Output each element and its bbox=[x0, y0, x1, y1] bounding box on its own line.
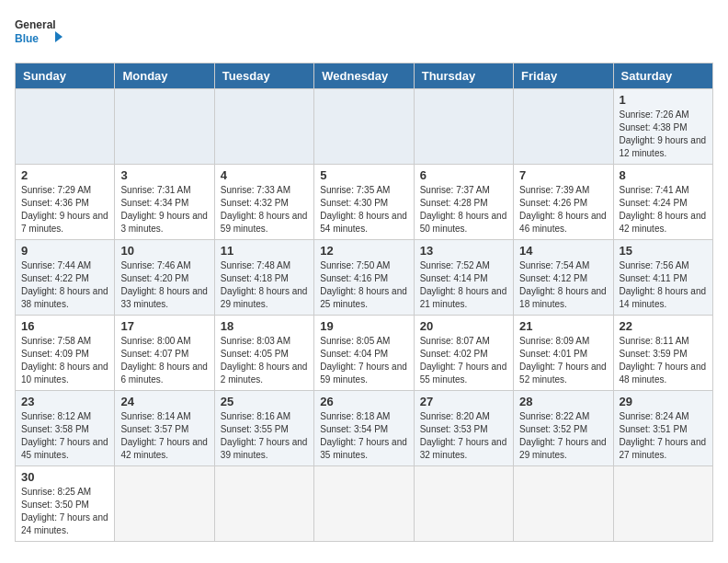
calendar-day-cell bbox=[115, 89, 214, 165]
calendar-day-cell: 18Sunrise: 8:03 AM Sunset: 4:05 PM Dayli… bbox=[214, 316, 313, 391]
day-number: 30 bbox=[21, 470, 108, 484]
calendar-day-cell bbox=[214, 89, 313, 165]
calendar-day-cell: 9Sunrise: 7:44 AM Sunset: 4:22 PM Daylig… bbox=[16, 240, 115, 316]
day-info: Sunrise: 8:00 AM Sunset: 4:07 PM Dayligh… bbox=[120, 335, 208, 386]
column-header-sunday: Sunday bbox=[16, 63, 115, 89]
day-info: Sunrise: 7:37 AM Sunset: 4:28 PM Dayligh… bbox=[420, 184, 507, 236]
day-info: Sunrise: 7:31 AM Sunset: 4:34 PM Dayligh… bbox=[120, 184, 208, 236]
calendar-day-cell: 3Sunrise: 7:31 AM Sunset: 4:34 PM Daylig… bbox=[115, 165, 214, 240]
day-number: 6 bbox=[420, 168, 507, 182]
calendar-day-cell: 5Sunrise: 7:35 AM Sunset: 4:30 PM Daylig… bbox=[314, 165, 414, 240]
day-number: 20 bbox=[420, 319, 507, 333]
calendar-day-cell: 23Sunrise: 8:12 AM Sunset: 3:58 PM Dayli… bbox=[16, 391, 115, 466]
calendar-day-cell bbox=[115, 466, 214, 542]
calendar-week-row: 16Sunrise: 7:58 AM Sunset: 4:09 PM Dayli… bbox=[16, 316, 713, 391]
day-number: 2 bbox=[21, 168, 108, 182]
day-info: Sunrise: 7:58 AM Sunset: 4:09 PM Dayligh… bbox=[21, 335, 108, 386]
day-info: Sunrise: 7:52 AM Sunset: 4:14 PM Dayligh… bbox=[420, 259, 507, 311]
day-number: 27 bbox=[420, 395, 507, 408]
day-info: Sunrise: 8:03 AM Sunset: 4:05 PM Dayligh… bbox=[221, 335, 308, 386]
day-info: Sunrise: 7:29 AM Sunset: 4:36 PM Dayligh… bbox=[21, 184, 108, 236]
day-number: 17 bbox=[120, 319, 208, 333]
calendar-day-cell: 14Sunrise: 7:54 AM Sunset: 4:12 PM Dayli… bbox=[514, 240, 613, 316]
calendar-day-cell: 19Sunrise: 8:05 AM Sunset: 4:04 PM Dayli… bbox=[314, 316, 414, 391]
column-header-wednesday: Wednesday bbox=[314, 63, 414, 89]
day-number: 16 bbox=[21, 319, 108, 333]
page-header: General Blue bbox=[15, 15, 713, 52]
day-info: Sunrise: 8:12 AM Sunset: 3:58 PM Dayligh… bbox=[21, 410, 108, 462]
calendar-day-cell: 27Sunrise: 8:20 AM Sunset: 3:53 PM Dayli… bbox=[414, 391, 513, 466]
day-info: Sunrise: 8:22 AM Sunset: 3:52 PM Dayligh… bbox=[519, 410, 607, 462]
calendar-day-cell bbox=[414, 89, 513, 165]
calendar-day-cell: 1Sunrise: 7:26 AM Sunset: 4:38 PM Daylig… bbox=[613, 89, 712, 165]
day-number: 8 bbox=[620, 168, 707, 182]
day-number: 25 bbox=[221, 395, 308, 408]
calendar-day-cell: 22Sunrise: 8:11 AM Sunset: 3:59 PM Dayli… bbox=[613, 316, 712, 391]
calendar-day-cell: 26Sunrise: 8:18 AM Sunset: 3:54 PM Dayli… bbox=[314, 391, 414, 466]
calendar-day-cell: 4Sunrise: 7:33 AM Sunset: 4:32 PM Daylig… bbox=[214, 165, 313, 240]
day-info: Sunrise: 8:05 AM Sunset: 4:04 PM Dayligh… bbox=[320, 335, 407, 386]
column-header-saturday: Saturday bbox=[613, 63, 712, 89]
day-info: Sunrise: 8:16 AM Sunset: 3:55 PM Dayligh… bbox=[221, 410, 308, 462]
calendar-day-cell bbox=[414, 466, 513, 542]
day-number: 1 bbox=[620, 93, 707, 107]
calendar-day-cell: 17Sunrise: 8:00 AM Sunset: 4:07 PM Dayli… bbox=[115, 316, 214, 391]
svg-text:Blue: Blue bbox=[15, 32, 39, 45]
calendar-week-row: 30Sunrise: 8:25 AM Sunset: 3:50 PM Dayli… bbox=[16, 466, 713, 542]
day-number: 13 bbox=[420, 244, 507, 258]
day-number: 18 bbox=[221, 319, 308, 333]
calendar-day-cell: 28Sunrise: 8:22 AM Sunset: 3:52 PM Dayli… bbox=[514, 391, 613, 466]
day-number: 4 bbox=[221, 168, 308, 182]
day-info: Sunrise: 7:41 AM Sunset: 4:24 PM Dayligh… bbox=[620, 184, 707, 236]
calendar-day-cell: 25Sunrise: 8:16 AM Sunset: 3:55 PM Dayli… bbox=[214, 391, 313, 466]
svg-marker-2 bbox=[55, 31, 63, 42]
calendar-day-cell bbox=[214, 466, 313, 542]
day-number: 5 bbox=[320, 168, 407, 182]
calendar-day-cell: 10Sunrise: 7:46 AM Sunset: 4:20 PM Dayli… bbox=[115, 240, 214, 316]
day-info: Sunrise: 7:50 AM Sunset: 4:16 PM Dayligh… bbox=[320, 259, 407, 311]
column-header-friday: Friday bbox=[514, 63, 613, 89]
calendar-day-cell: 13Sunrise: 7:52 AM Sunset: 4:14 PM Dayli… bbox=[414, 240, 513, 316]
day-number: 24 bbox=[120, 395, 208, 408]
calendar-day-cell: 11Sunrise: 7:48 AM Sunset: 4:18 PM Dayli… bbox=[214, 240, 313, 316]
day-info: Sunrise: 8:11 AM Sunset: 3:59 PM Dayligh… bbox=[620, 335, 707, 386]
day-info: Sunrise: 8:24 AM Sunset: 3:51 PM Dayligh… bbox=[620, 410, 707, 462]
day-info: Sunrise: 8:20 AM Sunset: 3:53 PM Dayligh… bbox=[420, 410, 507, 462]
calendar-day-cell: 7Sunrise: 7:39 AM Sunset: 4:26 PM Daylig… bbox=[514, 165, 613, 240]
day-info: Sunrise: 8:18 AM Sunset: 3:54 PM Dayligh… bbox=[320, 410, 407, 462]
calendar-day-cell bbox=[514, 89, 613, 165]
day-number: 3 bbox=[120, 168, 208, 182]
calendar-day-cell: 2Sunrise: 7:29 AM Sunset: 4:36 PM Daylig… bbox=[16, 165, 115, 240]
day-number: 23 bbox=[21, 395, 108, 408]
svg-text:General: General bbox=[15, 18, 56, 31]
column-header-tuesday: Tuesday bbox=[214, 63, 313, 89]
calendar-week-row: 9Sunrise: 7:44 AM Sunset: 4:22 PM Daylig… bbox=[16, 240, 713, 316]
calendar-day-cell: 30Sunrise: 8:25 AM Sunset: 3:50 PM Dayli… bbox=[16, 466, 115, 542]
day-number: 11 bbox=[221, 244, 308, 258]
day-number: 29 bbox=[620, 395, 707, 408]
calendar-day-cell: 29Sunrise: 8:24 AM Sunset: 3:51 PM Dayli… bbox=[613, 391, 712, 466]
day-info: Sunrise: 7:48 AM Sunset: 4:18 PM Dayligh… bbox=[221, 259, 308, 311]
generalblue-logo-icon: General Blue bbox=[15, 15, 70, 52]
day-number: 15 bbox=[620, 244, 707, 258]
day-number: 19 bbox=[320, 319, 407, 333]
day-info: Sunrise: 8:14 AM Sunset: 3:57 PM Dayligh… bbox=[120, 410, 208, 462]
calendar-day-cell: 21Sunrise: 8:09 AM Sunset: 4:01 PM Dayli… bbox=[514, 316, 613, 391]
calendar-week-row: 1Sunrise: 7:26 AM Sunset: 4:38 PM Daylig… bbox=[16, 89, 713, 165]
calendar-day-cell: 6Sunrise: 7:37 AM Sunset: 4:28 PM Daylig… bbox=[414, 165, 513, 240]
day-info: Sunrise: 8:09 AM Sunset: 4:01 PM Dayligh… bbox=[519, 335, 607, 386]
day-info: Sunrise: 8:25 AM Sunset: 3:50 PM Dayligh… bbox=[21, 486, 108, 537]
day-info: Sunrise: 7:44 AM Sunset: 4:22 PM Dayligh… bbox=[21, 259, 108, 311]
column-header-thursday: Thursday bbox=[414, 63, 513, 89]
day-number: 26 bbox=[320, 395, 407, 408]
calendar-day-cell bbox=[613, 466, 712, 542]
column-header-monday: Monday bbox=[115, 63, 214, 89]
day-info: Sunrise: 8:07 AM Sunset: 4:02 PM Dayligh… bbox=[420, 335, 507, 386]
day-info: Sunrise: 7:56 AM Sunset: 4:11 PM Dayligh… bbox=[620, 259, 707, 311]
day-number: 22 bbox=[620, 319, 707, 333]
day-number: 12 bbox=[320, 244, 407, 258]
calendar-day-cell: 15Sunrise: 7:56 AM Sunset: 4:11 PM Dayli… bbox=[613, 240, 712, 316]
logo: General Blue bbox=[15, 15, 70, 52]
calendar-table: SundayMondayTuesdayWednesdayThursdayFrid… bbox=[15, 63, 713, 542]
calendar-day-cell: 8Sunrise: 7:41 AM Sunset: 4:24 PM Daylig… bbox=[613, 165, 712, 240]
